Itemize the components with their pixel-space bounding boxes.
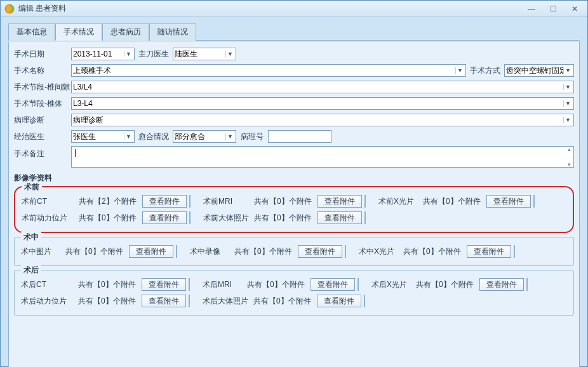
- chevron-down-icon: ▼: [124, 51, 133, 57]
- view-post-ct-button[interactable]: 查看附件: [142, 278, 186, 291]
- label-attending: 经治医生: [14, 131, 71, 142]
- tab-followup[interactable]: 随访情况: [149, 23, 196, 41]
- label-post-mri: 术后MRI: [203, 279, 247, 290]
- count-post-xray: 共有【0】个附件: [416, 279, 479, 290]
- app-icon: [4, 4, 15, 14]
- label-pre-xray: 术前X光片: [378, 196, 423, 207]
- label-pre-gross: 术前大体照片: [203, 213, 254, 224]
- divider: [176, 245, 177, 258]
- label-post-dyn: 术后动力位片: [21, 296, 78, 307]
- scroll-down-icon[interactable]: ▾: [564, 161, 574, 168]
- label-fusion: 愈合情况: [135, 131, 173, 142]
- chevron-down-icon: ▼: [124, 133, 133, 140]
- view-pre-dyn-button[interactable]: 查看附件: [142, 211, 187, 224]
- chevron-down-icon: ▼: [225, 51, 234, 57]
- preop-fieldset: 术前 术前CT 共有【2】个附件 查看附件 术前MRI 共有【0】个附件 查看附…: [14, 186, 574, 233]
- label-intra-video: 术中录像: [190, 246, 234, 257]
- divider: [189, 295, 190, 307]
- postop-title: 术后: [21, 265, 41, 276]
- window-title: 编辑 患者资料: [18, 3, 525, 14]
- method-combo[interactable]: 齿突中空螺钉固定▼: [504, 64, 574, 77]
- view-intra-xray-button[interactable]: 查看附件: [467, 245, 511, 258]
- attending-combo[interactable]: 张医生▼: [71, 130, 135, 143]
- count-intra-pic: 共有【0】个附件: [65, 246, 129, 257]
- chevron-down-icon: ▼: [563, 84, 572, 90]
- remark-textarea[interactable]: |: [71, 146, 574, 168]
- label-remark: 手术备注: [14, 146, 71, 159]
- divider: [189, 278, 190, 291]
- chevron-down-icon: ▼: [455, 67, 464, 74]
- label-intra-xray: 术中X光片: [359, 246, 403, 257]
- label-post-ct: 术后CT: [21, 279, 78, 290]
- label-pre-ct: 术前CT: [22, 196, 79, 207]
- count-pre-dyn: 共有【0】个附件: [79, 213, 142, 224]
- divider: [533, 195, 535, 208]
- count-post-dyn: 共有【0】个附件: [78, 296, 142, 307]
- surgery-name-combo[interactable]: 上颈椎手术▼: [71, 64, 466, 77]
- divider: [364, 211, 366, 224]
- label-surgeon: 主刀医生: [135, 49, 173, 60]
- surgery-date-picker[interactable]: 2013-11-01▼: [71, 48, 135, 60]
- label-method: 手术方式: [466, 65, 504, 76]
- count-pre-xray: 共有【0】个附件: [423, 196, 486, 207]
- edit-patient-window: 编辑 患者资料 — ☐ ✕ 基本信息 手术情况 患者病历 随访情况 手术日期 2…: [0, 0, 588, 367]
- view-pre-gross-button[interactable]: 查看附件: [317, 211, 362, 224]
- divider: [345, 245, 346, 258]
- view-post-xray-button[interactable]: 查看附件: [479, 278, 524, 291]
- seg-body-combo[interactable]: L3-L4▼: [71, 97, 574, 110]
- divider: [526, 278, 528, 291]
- label-surgery-date: 手术日期: [14, 49, 71, 60]
- title-bar: 编辑 患者资料 — ☐ ✕: [1, 1, 587, 17]
- intraop-fieldset: 术中 术中图片 共有【0】个附件 查看附件 术中录像 共有【0】个附件 查看附件…: [14, 237, 574, 266]
- divider: [189, 211, 190, 224]
- minimize-icon[interactable]: —: [525, 4, 538, 13]
- close-icon[interactable]: ✕: [568, 4, 581, 13]
- divider: [189, 195, 190, 208]
- count-pre-mri: 共有【0】个附件: [254, 196, 317, 207]
- view-pre-mri-button[interactable]: 查看附件: [317, 195, 362, 208]
- divider: [357, 278, 359, 291]
- tab-basic-info[interactable]: 基本信息: [8, 23, 55, 41]
- surgeon-combo[interactable]: 陆医生▼: [173, 48, 236, 60]
- count-pre-gross: 共有【0】个附件: [254, 213, 317, 224]
- count-intra-xray: 共有【0】个附件: [403, 246, 467, 257]
- label-imaging: 影像学资料: [14, 173, 574, 184]
- view-pre-xray-button[interactable]: 查看附件: [486, 195, 531, 208]
- divider: [364, 295, 365, 307]
- content-area: 基本信息 手术情况 患者病历 随访情况 手术日期 2013-11-01▼ 主刀医…: [1, 17, 587, 367]
- label-post-gross: 术后大体照片: [203, 296, 253, 307]
- label-surgery-name: 手术名称: [14, 65, 71, 76]
- view-post-dyn-button[interactable]: 查看附件: [142, 295, 186, 307]
- divider: [514, 245, 515, 258]
- scrollbar[interactable]: ▴▾: [564, 146, 574, 168]
- count-post-mri: 共有【0】个附件: [247, 279, 311, 290]
- label-seg-gap: 手术节段-椎间隙: [14, 82, 71, 93]
- chevron-down-icon: ▼: [225, 133, 234, 140]
- seg-gap-combo[interactable]: L3/L4▼: [71, 81, 574, 93]
- view-intra-pic-button[interactable]: 查看附件: [129, 245, 173, 258]
- label-intra-pic: 术中图片: [21, 246, 65, 257]
- label-pre-dyn: 术前动力位片: [22, 213, 79, 224]
- postop-fieldset: 术后 术后CT 共有【0】个附件 查看附件 术后MRI 共有【0】个附件 查看附…: [14, 270, 574, 316]
- view-post-mri-button[interactable]: 查看附件: [311, 278, 355, 291]
- chevron-down-icon: ▼: [563, 100, 572, 107]
- view-intra-video-button[interactable]: 查看附件: [298, 245, 342, 258]
- label-seg-body: 手术节段-椎体: [14, 98, 71, 109]
- tab-surgery[interactable]: 手术情况: [55, 23, 102, 41]
- count-intra-video: 共有【0】个附件: [234, 246, 298, 257]
- tab-bar: 基本信息 手术情况 患者病历 随访情况: [8, 23, 580, 41]
- count-pre-ct: 共有【2】个附件: [79, 196, 142, 207]
- scroll-up-icon[interactable]: ▴: [564, 146, 574, 152]
- path-no-input[interactable]: [268, 130, 331, 143]
- fusion-combo[interactable]: 部分愈合▼: [173, 130, 236, 143]
- chevron-down-icon: ▼: [563, 117, 572, 123]
- maximize-icon[interactable]: ☐: [547, 4, 559, 13]
- view-post-gross-button[interactable]: 查看附件: [317, 295, 361, 307]
- path-diag-combo[interactable]: 病理诊断▼: [71, 114, 574, 126]
- tab-medical-record[interactable]: 患者病历: [102, 23, 149, 41]
- view-pre-ct-button[interactable]: 查看附件: [142, 195, 187, 208]
- label-pre-mri: 术前MRI: [203, 196, 254, 207]
- intraop-title: 术中: [21, 232, 41, 243]
- label-path-no: 病理号: [236, 131, 268, 142]
- label-post-xray: 术后X光片: [371, 279, 416, 290]
